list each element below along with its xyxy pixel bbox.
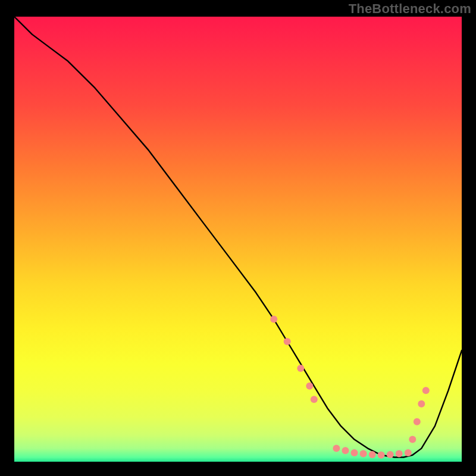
data-marker [342, 447, 349, 454]
data-marker [311, 396, 318, 403]
data-marker [333, 445, 340, 452]
data-marker [418, 400, 425, 408]
chart-frame: TheBottleneck.com [0, 0, 476, 476]
markers-group [270, 316, 430, 459]
bottleneck-curve [14, 17, 462, 458]
data-marker [414, 418, 421, 425]
chart-svg [14, 17, 462, 462]
data-marker [378, 452, 385, 459]
data-marker [405, 449, 412, 456]
data-marker [360, 450, 367, 458]
data-marker [387, 451, 394, 458]
data-marker [306, 383, 313, 390]
data-marker [351, 449, 358, 456]
data-marker [409, 436, 416, 443]
data-marker [270, 316, 277, 323]
data-marker [369, 451, 376, 458]
plot-area [14, 17, 462, 462]
data-marker [396, 450, 403, 458]
data-marker [422, 387, 430, 394]
data-marker [284, 338, 291, 345]
watermark-text: TheBottleneck.com [349, 1, 471, 17]
data-marker [297, 365, 304, 372]
